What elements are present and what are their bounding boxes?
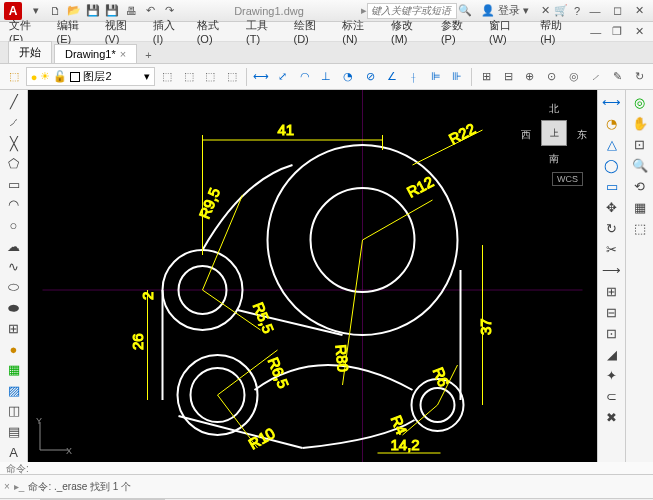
dim-26: 26 <box>129 333 146 350</box>
steering-wheel-icon[interactable]: ◎ <box>629 92 651 112</box>
menu-window[interactable]: 窗口(W) <box>484 16 533 47</box>
region-tool[interactable]: ◫ <box>3 401 25 421</box>
move-tool[interactable]: ✥ <box>601 197 623 217</box>
orbit-tool[interactable]: ⟲ <box>629 176 651 196</box>
layer-states-icon[interactable]: ⬚ <box>157 67 177 87</box>
circle-snap-icon[interactable]: ◯ <box>601 155 623 175</box>
workspace: ╱ ⟋ ╳ ⬠ ▭ ◠ ○ ☁ ∿ ⬭ ⬬ ⊞ ● ▦ ▨ ◫ ▤ A <box>0 90 653 462</box>
dim-diameter-icon[interactable]: ⊘ <box>360 67 380 87</box>
close-button[interactable]: ✕ <box>629 3 649 19</box>
dim-radius-icon[interactable]: ◔ <box>338 67 358 87</box>
drawing-svg: 41 R22 R12 R9,5 R5,5 R80 26 2 37 R6,5 R <box>28 90 597 462</box>
showhide-tool[interactable]: ▦ <box>629 197 651 217</box>
select-tool[interactable]: ⬚ <box>629 218 651 238</box>
polyline-tool[interactable]: ⟋ <box>3 113 25 133</box>
rotate-tool[interactable]: ↻ <box>601 218 623 238</box>
view-cube[interactable]: 北 西 东 南 上 <box>519 98 589 168</box>
join-tool[interactable]: ⊂ <box>601 386 623 406</box>
circle-tool[interactable]: ○ <box>3 216 25 236</box>
zoom-tool[interactable]: 🔍 <box>629 155 651 175</box>
arc-tool[interactable]: ◠ <box>3 195 25 215</box>
nav-toolbar: ◎ ✋ ⊡ 🔍 ⟲ ▦ ⬚ <box>625 90 653 462</box>
menu-dimension[interactable]: 标注(N) <box>337 16 384 47</box>
menu-parametric[interactable]: 参数(P) <box>436 16 482 47</box>
tab-start[interactable]: 开始 <box>8 41 52 63</box>
explode-tool[interactable]: ✦ <box>601 365 623 385</box>
cmd-close-icon[interactable]: × <box>4 481 10 492</box>
menu-tools[interactable]: 工具(T) <box>241 16 287 47</box>
dim-break-icon[interactable]: ⊟ <box>498 67 518 87</box>
menu-help[interactable]: 帮助(H) <box>535 16 582 47</box>
spline-tool[interactable]: ∿ <box>3 257 25 277</box>
dim-edit-icon[interactable]: ✎ <box>607 67 627 87</box>
ellipse-tool[interactable]: ⬭ <box>3 277 25 297</box>
dim-radius-icon[interactable]: ◔ <box>601 113 623 133</box>
grid-tool[interactable]: ⊞ <box>601 281 623 301</box>
fillet-tool[interactable]: ◢ <box>601 344 623 364</box>
dim-baseline-icon[interactable]: ⊫ <box>426 67 446 87</box>
drawing-canvas[interactable]: 41 R22 R12 R9,5 R5,5 R80 26 2 37 R6,5 R <box>28 90 597 462</box>
dim-angular-icon[interactable]: ∠ <box>382 67 402 87</box>
tolerance-icon[interactable]: ⊕ <box>520 67 540 87</box>
doc-close-button[interactable]: ✕ <box>629 24 649 40</box>
text-tool[interactable]: A <box>3 442 25 462</box>
center-mark-icon[interactable]: ⊙ <box>542 67 562 87</box>
extend-tool[interactable]: ⟶ <box>601 260 623 280</box>
layer-match-icon[interactable]: ⬚ <box>179 67 199 87</box>
dim-arc-icon[interactable]: ◠ <box>295 67 315 87</box>
inspect-icon[interactable]: ◎ <box>564 67 584 87</box>
dim-update-icon[interactable]: ↻ <box>629 67 649 87</box>
dim-aligned-icon[interactable]: ⤢ <box>273 67 293 87</box>
erase-tool[interactable]: ✖ <box>601 407 623 427</box>
ellipse-arc-tool[interactable]: ⬬ <box>3 298 25 318</box>
layer-props-icon[interactable]: ⬚ <box>4 67 24 87</box>
dim-jog-icon[interactable]: ⟋ <box>586 67 606 87</box>
hatch-tool[interactable]: ▦ <box>3 360 25 380</box>
modify-toolbar: ⟷ ◔ △ ◯ ▭ ✥ ↻ ✂ ⟶ ⊞ ⊟ ⊡ ◢ ✦ ⊂ ✖ <box>597 90 625 462</box>
wcs-label[interactable]: WCS <box>552 172 583 186</box>
block-tool[interactable]: ⊞ <box>3 319 25 339</box>
viewcube-top-face[interactable]: 上 <box>541 120 567 146</box>
arc-tool-icon[interactable]: △ <box>601 134 623 154</box>
doc-restore-button[interactable]: ❐ <box>608 24 628 40</box>
add-tab-button[interactable]: + <box>139 47 157 63</box>
table-tool[interactable]: ▤ <box>3 422 25 442</box>
dim-linear-icon[interactable]: ⟷ <box>601 92 623 112</box>
close-icon[interactable]: × <box>120 48 126 60</box>
dim-ordinate-icon[interactable]: ⊥ <box>317 67 337 87</box>
revcloud-tool[interactable]: ☁ <box>3 236 25 256</box>
polygon-tool[interactable]: ⬠ <box>3 154 25 174</box>
document-title: Drawing1.dwg <box>177 5 361 17</box>
menu-insert[interactable]: 插入(I) <box>148 16 190 47</box>
layer-iso-icon[interactable]: ⬚ <box>222 67 242 87</box>
dim-linear-icon[interactable]: ⟷ <box>251 67 271 87</box>
menu-view[interactable]: 视图(V) <box>100 16 146 47</box>
dim-continue-icon[interactable]: ⊪ <box>448 67 468 87</box>
point-tool[interactable]: ● <box>3 339 25 359</box>
gradient-tool[interactable]: ▨ <box>3 381 25 401</box>
menu-draw[interactable]: 绘图(D) <box>289 16 336 47</box>
maximize-button[interactable]: ◻ <box>607 3 627 19</box>
dim-quick-icon[interactable]: ⟊ <box>404 67 424 87</box>
layer-toolbar: ⬚ ● ☀ 🔓 图层2 ▾ ⬚ ⬚ ⬚ ⬚ ⟷ ⤢ ◠ ⊥ ◔ ⊘ ∠ ⟊ ⊫ … <box>0 64 653 90</box>
dim-space-icon[interactable]: ⊞ <box>476 67 496 87</box>
mirror-tool[interactable]: ⊡ <box>601 323 623 343</box>
line-tool[interactable]: ╱ <box>3 92 25 112</box>
command-line[interactable]: × ▸_ 命令: ._erase 找到 1 个 <box>0 474 653 498</box>
layer-prev-icon[interactable]: ⬚ <box>200 67 220 87</box>
menu-edit[interactable]: 编辑(E) <box>52 16 98 47</box>
menu-modify[interactable]: 修改(M) <box>386 16 434 47</box>
tab-drawing1[interactable]: Drawing1*× <box>54 44 137 63</box>
layer-selector[interactable]: ● ☀ 🔓 图层2 ▾ <box>26 67 155 86</box>
menu-bar: 文件(F) 编辑(E) 视图(V) 插入(I) 格式(O) 工具(T) 绘图(D… <box>0 22 653 42</box>
minimize-button[interactable]: — <box>585 3 605 19</box>
pan-tool[interactable]: ✋ <box>629 113 651 133</box>
trim-tool[interactable]: ✂ <box>601 239 623 259</box>
rect-snap-icon[interactable]: ▭ <box>601 176 623 196</box>
doc-minimize-button[interactable]: — <box>586 24 606 40</box>
xline-tool[interactable]: ╳ <box>3 133 25 153</box>
array-tool[interactable]: ⊟ <box>601 302 623 322</box>
rectangle-tool[interactable]: ▭ <box>3 174 25 194</box>
menu-format[interactable]: 格式(O) <box>192 16 239 47</box>
zoom-extents-tool[interactable]: ⊡ <box>629 134 651 154</box>
